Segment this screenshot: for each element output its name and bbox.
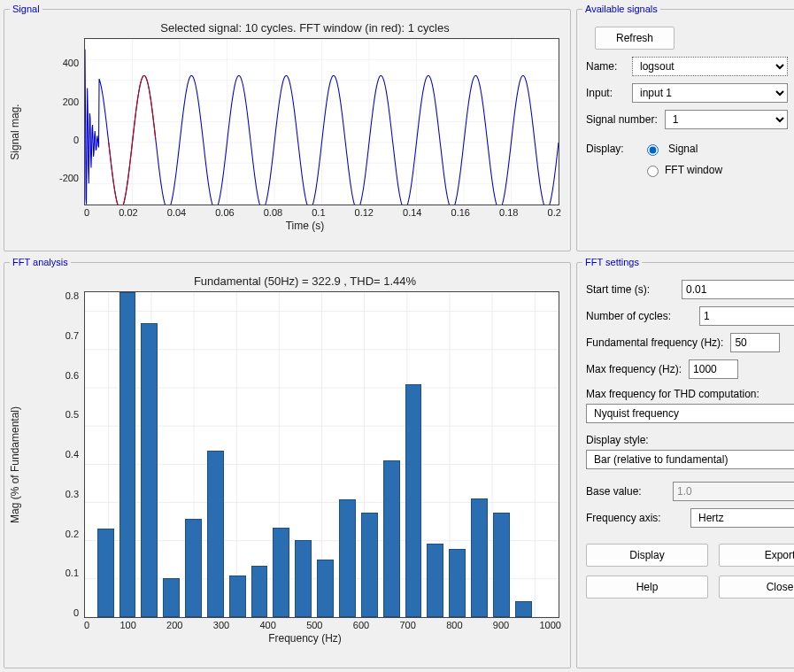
- display-label: Display:: [586, 143, 636, 155]
- fft-chart-title: Fundamental (50Hz) = 322.9 , THD= 1.44%: [49, 274, 561, 288]
- base-value-input: [673, 482, 794, 501]
- fft-bar: [97, 529, 114, 617]
- fft-bar: [207, 451, 224, 617]
- display-style-select[interactable]: Bar (relative to fundamental): [586, 450, 794, 469]
- fft-bar: [427, 544, 443, 617]
- input-select[interactable]: input 1: [632, 83, 788, 103]
- signal-plot: [84, 38, 559, 205]
- fft-analysis-panel: FFT analysis Mag (% of Fundamental) Fund…: [4, 257, 571, 668]
- fft-bars: [85, 292, 559, 617]
- fft-xlabel: Frequency (Hz): [49, 632, 561, 645]
- name-select[interactable]: logsout: [632, 57, 788, 76]
- fft-bar: [449, 549, 466, 617]
- frequency-axis-select[interactable]: Hertz: [690, 508, 794, 528]
- fft-bar: [273, 528, 289, 617]
- export-button[interactable]: Export: [719, 544, 794, 567]
- fft-bar: [405, 384, 422, 617]
- fft-ylabel: Mag (% of Fundamental): [9, 406, 21, 523]
- fft-bar: [339, 499, 356, 617]
- available-signals-title: Available signals: [582, 4, 660, 14]
- fft-bar: [471, 498, 488, 617]
- fundamental-freq-label: Fundamental frequency (Hz):: [586, 336, 723, 349]
- thd-maxfreq-label: Max frequency for THD computation:: [586, 388, 794, 400]
- display-fft-window-radio-label: FFT window: [665, 164, 722, 176]
- display-style-label: Display style:: [586, 434, 794, 446]
- fft-bar: [493, 513, 510, 617]
- fft-bar: [141, 323, 158, 617]
- signal-chart-title: Selected signal: 10 cycles. FFT window (…: [49, 21, 561, 35]
- frequency-axis-label: Frequency axis:: [586, 512, 683, 524]
- display-button[interactable]: Display: [586, 544, 708, 567]
- signal-x-ticks: 00.020.040.060.080.10.120.140.160.180.2: [84, 207, 561, 218]
- max-freq-input[interactable]: [689, 359, 738, 379]
- base-value-label: Base value:: [586, 485, 666, 498]
- start-time-label: Start time (s):: [586, 283, 675, 296]
- fft-bar: [361, 513, 378, 617]
- fft-bar: [163, 578, 180, 617]
- fft-bar: [119, 292, 136, 617]
- available-signals-panel: Available signals Refresh Name: logsout …: [576, 4, 794, 251]
- fft-bar: [515, 601, 532, 617]
- number-cycles-input[interactable]: [699, 306, 794, 326]
- fft-settings-panel: FFT settings Start time (s): Number of c…: [576, 257, 794, 668]
- display-fft-window-radio[interactable]: [647, 166, 659, 177]
- fft-plot: [84, 291, 559, 618]
- refresh-button[interactable]: Refresh: [595, 27, 675, 50]
- max-freq-label: Max frequency (Hz):: [586, 363, 682, 375]
- display-signal-radio[interactable]: [647, 144, 659, 156]
- fft-bar: [317, 560, 334, 617]
- fft-bar: [383, 460, 400, 617]
- signal-panel: Signal Signal mag. Selected signal: 10 c…: [4, 4, 571, 251]
- fft-bar: [185, 519, 202, 617]
- help-button[interactable]: Help: [586, 575, 708, 599]
- close-button[interactable]: Close: [719, 575, 794, 599]
- start-time-input[interactable]: [682, 280, 794, 299]
- fft-bar: [229, 575, 246, 617]
- signal-y-ticks: 4002000-200: [49, 38, 82, 205]
- signal-panel-title: Signal: [10, 4, 42, 14]
- number-cycles-label: Number of cycles:: [586, 310, 692, 322]
- fft-x-ticks: 01002003004005006007008009001000: [84, 620, 561, 630]
- signal-xlabel: Time (s): [49, 220, 561, 232]
- fft-y-ticks: 0.80.70.60.50.40.30.20.10: [49, 291, 82, 618]
- fundamental-freq-input[interactable]: [730, 333, 780, 352]
- signal-ylabel: Signal mag.: [9, 104, 21, 159]
- signal-plot-svg: [85, 39, 559, 205]
- fft-analysis-title: FFT analysis: [10, 257, 71, 267]
- fft-bar: [295, 540, 312, 617]
- thd-maxfreq-select[interactable]: Nyquist frequency: [586, 404, 794, 423]
- fft-settings-title: FFT settings: [582, 257, 642, 267]
- input-label: Input:: [586, 87, 625, 99]
- fft-bar: [251, 566, 268, 617]
- name-label: Name:: [586, 60, 625, 73]
- signal-number-label: Signal number:: [586, 113, 658, 126]
- signal-number-select[interactable]: 1: [665, 110, 788, 129]
- display-signal-radio-label: Signal: [668, 143, 698, 155]
